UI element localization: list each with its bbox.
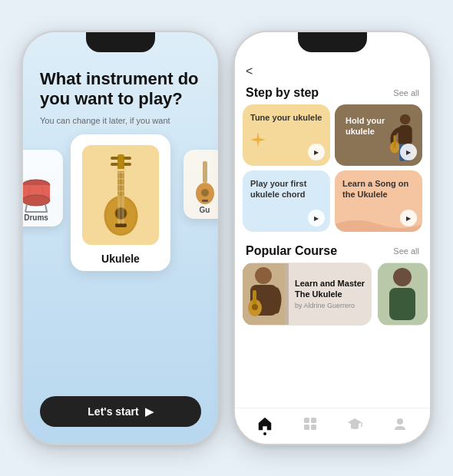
- svg-rect-48: [304, 425, 309, 430]
- page-subtitle: You can change it later, if you want: [40, 116, 201, 125]
- step-hold-label: Hold your ukulele: [342, 112, 415, 140]
- svg-rect-17: [116, 169, 126, 171]
- top-bar: <: [235, 60, 430, 80]
- ukulele-background: [82, 145, 159, 245]
- drums-card[interactable]: Drums: [23, 150, 63, 226]
- ukulele-card[interactable]: Ukulele: [71, 134, 170, 271]
- step-by-step-title: Step by step: [246, 86, 319, 100]
- instrument-selection-area: Drums: [23, 134, 218, 271]
- course-info: Learn and Master The Ukulele by Aldrine …: [289, 273, 372, 315]
- step-card-chord[interactable]: Play your first ukulele chord ▶: [243, 170, 330, 232]
- step-chord-play-btn[interactable]: ▶: [308, 210, 325, 226]
- step-card-song[interactable]: Learn a Song on the Ukulele ▶: [335, 170, 422, 232]
- course-avatar: [243, 263, 289, 325]
- course-cards-list: Learn and Master The Ukulele by Aldrine …: [235, 263, 430, 326]
- course-person-icon: [243, 263, 285, 325]
- svg-rect-22: [115, 223, 127, 227]
- popular-course-header: Popular Course See all: [235, 238, 430, 263]
- svg-rect-27: [203, 161, 207, 183]
- step-see-all[interactable]: See all: [393, 88, 419, 98]
- right-screen: < Step by step See all Tune your ukulele…: [235, 32, 430, 444]
- steps-grid: Tune your ukulele ▶: [235, 104, 430, 232]
- step-card-tune[interactable]: Tune your ukulele ▶: [243, 104, 330, 166]
- left-phone: What instrument do you want to play? You…: [21, 31, 220, 445]
- nav-grid[interactable]: [301, 415, 319, 433]
- svg-point-38: [255, 267, 272, 284]
- home-icon: [257, 416, 273, 431]
- popular-course-title: Popular Course: [246, 244, 337, 258]
- step-chord-label: Play your first ukulele chord: [250, 178, 322, 200]
- grid-icon: [303, 416, 318, 431]
- drums-label: Drums: [24, 213, 48, 222]
- step-song-label: Learn a Song on the Ukulele: [342, 178, 415, 200]
- svg-rect-46: [304, 418, 309, 423]
- start-button-label: Let's start: [88, 405, 138, 418]
- svg-rect-16: [117, 190, 124, 192]
- nav-home-dot: [263, 432, 266, 435]
- svg-rect-14: [117, 178, 124, 180]
- svg-rect-13: [117, 172, 124, 174]
- step-song-play-btn[interactable]: ▶: [400, 210, 417, 226]
- sparkle-icon: [249, 131, 267, 149]
- left-header: What instrument do you want to play? You…: [23, 60, 218, 125]
- nav-learn[interactable]: [346, 415, 364, 433]
- guitar-icon: [194, 160, 216, 206]
- svg-point-44: [393, 268, 412, 286]
- svg-rect-49: [311, 425, 316, 430]
- ukulele-icon: [100, 150, 142, 239]
- svg-rect-9: [111, 157, 118, 160]
- svg-point-42: [252, 304, 258, 310]
- svg-rect-12: [124, 163, 131, 166]
- nav-home[interactable]: [256, 415, 274, 433]
- graduation-cap-icon: [347, 416, 362, 431]
- bottom-nav: [235, 408, 430, 444]
- nav-profile[interactable]: [391, 415, 409, 433]
- svg-rect-11: [111, 163, 118, 166]
- svg-rect-45: [389, 288, 415, 320]
- start-button[interactable]: Let's start ▶: [40, 396, 201, 427]
- svg-point-52: [397, 418, 403, 425]
- step-card-hold[interactable]: Hold your ukulele ▶: [335, 104, 422, 166]
- course-author: by Aldrine Guerrero: [295, 302, 365, 309]
- left-notch: [86, 32, 155, 52]
- course-person-2-icon: [378, 263, 428, 325]
- right-phone: < Step by step See all Tune your ukulele…: [233, 31, 432, 445]
- course-see-all[interactable]: See all: [393, 246, 419, 256]
- back-button[interactable]: <: [246, 64, 253, 78]
- svg-point-21: [115, 208, 126, 219]
- course-card-ukulele[interactable]: Learn and Master The Ukulele by Aldrine …: [243, 263, 372, 326]
- step-by-step-header: Step by step See all: [235, 80, 430, 104]
- svg-rect-8: [117, 154, 124, 197]
- svg-line-3: [25, 204, 27, 212]
- right-notch: [298, 32, 367, 52]
- left-screen: What instrument do you want to play? You…: [23, 32, 218, 444]
- guitar-card[interactable]: Gu: [184, 150, 218, 219]
- svg-rect-10: [124, 157, 131, 160]
- person-icon: [392, 416, 408, 431]
- step-tune-play-btn[interactable]: ▶: [308, 144, 325, 160]
- page-title: What instrument do you want to play?: [40, 69, 201, 110]
- course-card-secondary[interactable]: [378, 263, 428, 326]
- step-hold-play-btn[interactable]: ▶: [400, 144, 417, 160]
- arrow-icon: ▶: [145, 405, 154, 418]
- svg-line-4: [45, 204, 47, 212]
- course-title: Learn and Master The Ukulele: [295, 279, 365, 299]
- guitar-label: Gu: [200, 206, 210, 214]
- instrument-name-label: Ukulele: [101, 253, 140, 265]
- svg-rect-30: [202, 200, 208, 202]
- step-tune-label: Tune your ukulele: [250, 112, 322, 123]
- svg-rect-15: [117, 184, 124, 186]
- svg-rect-47: [311, 418, 316, 423]
- drum-icon: [23, 171, 54, 213]
- svg-point-29: [201, 189, 209, 197]
